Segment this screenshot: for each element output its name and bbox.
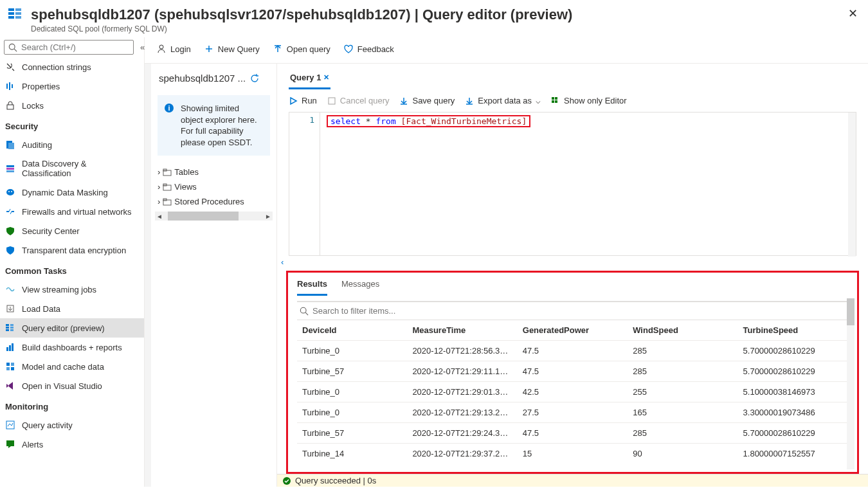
- plus-icon: [204, 44, 214, 54]
- nav-label: Transparent data encryption: [22, 246, 126, 255]
- table-cell: 285: [628, 341, 737, 361]
- nav-label: View streaming jobs: [22, 285, 96, 294]
- nav-alerts[interactable]: Alerts: [0, 435, 144, 454]
- table-row[interactable]: Turbine_02020-12-07T21:29:01.363...42.52…: [297, 382, 848, 402]
- svg-rect-53: [329, 98, 335, 104]
- nav-visual-studio[interactable]: Open in Visual Studio: [0, 376, 144, 395]
- code-vertical-scrollbar[interactable]: [848, 113, 856, 257]
- run-label: Run: [302, 96, 317, 105]
- run-button[interactable]: Run: [289, 96, 317, 105]
- table-row[interactable]: Turbine_142020-12-07T21:29:37.263...1590…: [297, 444, 848, 464]
- nav-query-activity[interactable]: Query activity: [0, 415, 144, 435]
- tab-messages[interactable]: Messages: [341, 279, 379, 296]
- table-cell: 15: [518, 444, 628, 464]
- content-toolbar: Login New Query Open query Feedback: [145, 37, 868, 64]
- nav-tde[interactable]: Transparent data encryption: [0, 240, 144, 260]
- table-row[interactable]: Turbine_572020-12-07T21:29:24.303...47.5…: [297, 423, 848, 444]
- info-icon: i: [164, 103, 174, 113]
- scrollbar-stub[interactable]: [145, 64, 151, 487]
- svg-text:i: i: [168, 104, 170, 112]
- nav-model-cache[interactable]: Model and cache data: [0, 357, 144, 376]
- close-button[interactable]: ✕: [848, 6, 858, 21]
- column-header[interactable]: TurbineSpeed: [738, 320, 848, 341]
- table-cell: Turbine_14: [297, 444, 407, 464]
- refresh-icon[interactable]: [249, 73, 260, 84]
- search-input-wrapper[interactable]: [4, 40, 134, 55]
- tree-label: Views: [174, 182, 196, 192]
- table-cell: 2020-12-07T21:29:01.363...: [407, 382, 517, 402]
- nav-data-discovery[interactable]: Data Discovery & Classification: [0, 154, 144, 183]
- table-row[interactable]: Turbine_572020-12-07T21:29:11.137...47.5…: [297, 361, 848, 382]
- nav-label: Connection strings: [22, 62, 91, 72]
- nav-streaming-jobs[interactable]: View streaming jobs: [0, 280, 144, 299]
- nav-properties[interactable]: Properties: [0, 77, 144, 96]
- svg-rect-14: [6, 165, 14, 167]
- masking-icon: [5, 187, 15, 197]
- svg-rect-27: [6, 329, 9, 331]
- data-discovery-icon: [5, 163, 15, 174]
- column-header[interactable]: MeasureTime: [407, 320, 517, 341]
- splitter-handle[interactable]: ‹: [277, 256, 868, 268]
- code-line-1: select * from [Fact_WindTurbineMetrics]: [327, 115, 530, 127]
- nav-connection-strings[interactable]: Connection strings: [0, 57, 144, 77]
- nav-dynamic-masking[interactable]: Dynamic Data Masking: [0, 183, 144, 202]
- auditing-icon: [5, 140, 15, 150]
- info-text: Showing limited object explorer here. Fo…: [181, 104, 257, 147]
- nav-security-center[interactable]: Security Center: [0, 221, 144, 240]
- open-query-button[interactable]: Open query: [267, 41, 336, 57]
- save-query-button[interactable]: Save query: [399, 96, 455, 105]
- export-button[interactable]: Export data as⌵: [465, 96, 541, 105]
- feedback-button[interactable]: Feedback: [338, 41, 399, 57]
- nav-dashboards[interactable]: Build dashboards + reports: [0, 338, 144, 357]
- alerts-icon: [5, 439, 15, 449]
- highlighted-sql: select * from [Fact_WindTurbineMetrics]: [327, 115, 530, 127]
- tree-label: Tables: [174, 167, 199, 177]
- search-input[interactable]: [21, 42, 129, 52]
- chevron-right-icon: ›: [158, 167, 160, 177]
- svg-rect-30: [10, 329, 14, 331]
- svg-rect-5: [15, 16, 21, 19]
- query-toolbar: Run Cancel query Save query Export data …: [277, 89, 868, 112]
- results-header-row: DeviceIdMeasureTimeGeneratedPowerWindSpe…: [297, 320, 848, 341]
- obj-explorer-title: spehubsqldb1207 ...: [159, 73, 246, 84]
- column-header[interactable]: WindSpeed: [628, 320, 737, 341]
- svg-rect-58: [552, 97, 554, 100]
- status-text: Query succeeded | 0s: [295, 476, 376, 485]
- code-editor[interactable]: 1 select * from [Fact_WindTurbineMetrics…: [289, 112, 856, 256]
- info-box: i Showing limited object explorer here. …: [158, 95, 270, 156]
- nav-label: Alerts: [22, 440, 43, 449]
- results-filter-input[interactable]: [312, 306, 845, 316]
- nav-locks[interactable]: Locks: [0, 96, 144, 115]
- nav-auditing[interactable]: Auditing: [0, 135, 144, 154]
- close-tab-icon[interactable]: ✕: [323, 73, 329, 82]
- table-cell: 2020-12-07T21:28:56.393...: [407, 341, 517, 361]
- cancel-label: Cancel query: [340, 96, 390, 105]
- person-icon: [156, 44, 167, 54]
- column-header[interactable]: DeviceId: [297, 320, 407, 341]
- login-button[interactable]: Login: [151, 41, 196, 57]
- nav-label: Model and cache data: [22, 362, 104, 372]
- folder-icon: [163, 183, 172, 192]
- nav-load-data[interactable]: Load Data: [0, 299, 144, 318]
- tree-tables[interactable]: ›Tables: [155, 165, 276, 179]
- table-row[interactable]: Turbine_02020-12-07T21:28:56.393...47.52…: [297, 341, 848, 361]
- tree-sprocs[interactable]: ›Stored Procedures: [155, 194, 276, 209]
- nav-firewalls[interactable]: Firewalls and virtual networks: [0, 202, 144, 221]
- table-row[interactable]: Turbine_02020-12-07T21:29:13.277...27.51…: [297, 402, 848, 423]
- nav-query-editor[interactable]: Query editor (preview): [0, 318, 144, 338]
- tree-views[interactable]: ›Views: [155, 179, 276, 194]
- horizontal-scrollbar[interactable]: ◄►: [155, 212, 273, 221]
- folder-icon: [163, 168, 172, 177]
- column-header[interactable]: GeneratedPower: [518, 320, 628, 341]
- line-gutter: 1: [289, 113, 320, 255]
- tab-results[interactable]: Results: [297, 279, 327, 296]
- resource-icon: [6, 6, 24, 24]
- table-cell: 27.5: [518, 402, 628, 423]
- results-filter[interactable]: [297, 301, 848, 320]
- svg-line-23: [10, 212, 12, 214]
- query-tab-1[interactable]: Query 1✕: [289, 70, 330, 89]
- dashboards-icon: [5, 342, 15, 352]
- new-query-button[interactable]: New Query: [199, 41, 265, 57]
- results-vertical-scrollbar[interactable]: [847, 298, 854, 469]
- show-only-editor-button[interactable]: Show only Editor: [551, 96, 627, 105]
